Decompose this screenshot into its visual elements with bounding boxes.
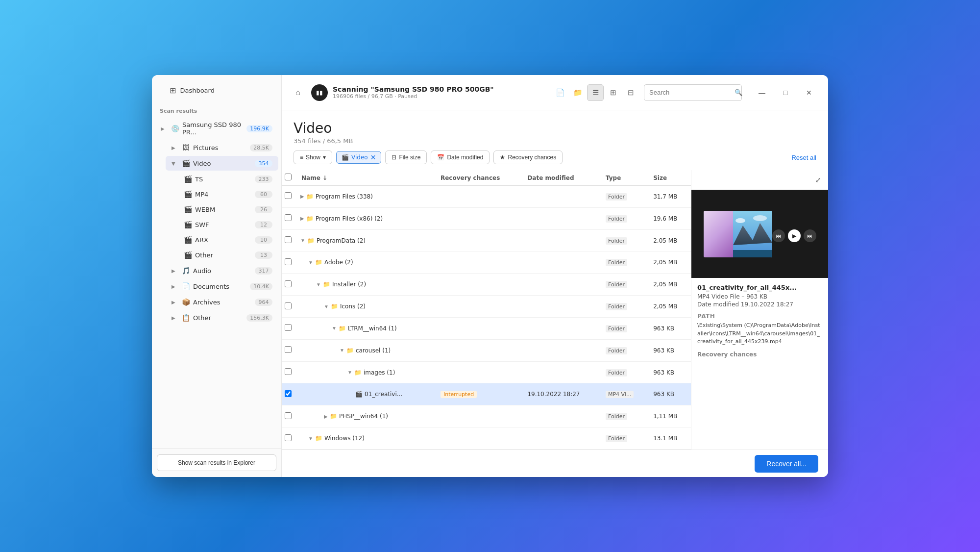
video-chip-close-icon[interactable]: ✕ — [370, 154, 376, 161]
file-name-text: Icons (2) — [340, 303, 366, 310]
expand-collapse-button[interactable]: ▶ — [300, 216, 304, 221]
select-all-checkbox[interactable] — [285, 174, 292, 180]
expand-collapse-button[interactable]: ▼ — [347, 370, 352, 375]
table-row[interactable]: ▼📁Icons (2)Folder2,05 MB — [282, 296, 691, 318]
expand-collapse-button[interactable]: ▼ — [332, 326, 337, 331]
sidebar-item-pictures[interactable]: ▶ 🖼 Pictures 28.5K — [166, 140, 278, 155]
recovery-chances-filter-button[interactable]: ★ Recovery chances — [493, 151, 563, 164]
show-filter-button[interactable]: ≡ Show ▾ — [294, 151, 332, 164]
row-checkbox[interactable] — [285, 302, 292, 309]
view-document-button[interactable]: 📄 — [552, 84, 568, 101]
file-size-filter-button[interactable]: ⊡ File size — [385, 151, 427, 164]
table-row[interactable]: ▶📁Program Files (338)Folder31,7 MB — [282, 186, 691, 208]
maximize-button[interactable]: □ — [774, 85, 797, 100]
video-filter-chip[interactable]: 🎬 Video ✕ — [336, 151, 381, 164]
search-box: 🔍 — [644, 84, 742, 101]
prev-button[interactable]: ⏮ — [772, 229, 785, 242]
recovery-cell — [436, 296, 522, 318]
sidebar-item-video-other[interactable]: 🎬 Other 13 — [177, 248, 278, 262]
sidebar-item-video[interactable]: ▼ 🎬 Video 354 — [166, 156, 278, 171]
view-grid-button[interactable]: ⊞ — [605, 84, 621, 101]
table-scroll-area: Name ↓ Recovery chances Date modified Ty… — [282, 170, 691, 450]
top-toolbar: ⌂ ▮▮ Scanning "Samsung SSD 980 PRO 500GB… — [282, 75, 828, 110]
preview-expand-button[interactable]: ⤢ — [813, 174, 823, 186]
row-checkbox[interactable] — [285, 280, 292, 287]
home-button[interactable]: ⌂ — [290, 84, 306, 101]
next-button[interactable]: ⏭ — [804, 229, 816, 242]
file-name-cell: 🎬01_creativi... — [355, 391, 431, 398]
sidebar-item-mp4[interactable]: 🎬 MP4 60 — [177, 187, 278, 201]
footer: Recover all... — [282, 450, 828, 477]
calendar-icon: 📅 — [437, 154, 444, 161]
expand-collapse-button[interactable]: ▼ — [324, 304, 329, 309]
row-checkbox[interactable] — [285, 368, 292, 375]
expand-collapse-button[interactable]: ▼ — [316, 282, 321, 287]
view-list-button[interactable]: ☰ — [587, 84, 604, 101]
video-chip-icon: 🎬 — [342, 154, 349, 161]
row-checkbox[interactable] — [285, 346, 292, 353]
show-explorer-button[interactable]: Show scan results in Explorer — [157, 454, 276, 471]
expand-collapse-button[interactable]: ▶ — [324, 414, 328, 419]
sidebar-item-archives[interactable]: ▶ 📦 Archives 964 — [166, 295, 278, 309]
reset-all-button[interactable]: Reset all — [791, 154, 816, 161]
view-split-button[interactable]: ⊟ — [622, 84, 639, 101]
sidebar-item-swf[interactable]: 🎬 SWF 12 — [177, 217, 278, 232]
table-row[interactable]: ▼📁LTRM__win64 (1)Folder963 KB — [282, 317, 691, 339]
sidebar-item-other[interactable]: ▶ 📋 Other 156.3K — [166, 310, 278, 325]
row-checkbox[interactable] — [285, 192, 292, 199]
preview-thumbnail: ⏮ ▶ ⏭ — [691, 190, 828, 278]
search-input[interactable] — [649, 89, 732, 96]
size-cell: 963 KB — [648, 339, 691, 361]
view-folder-button[interactable]: 📁 — [569, 84, 586, 101]
video-badge: 354 — [255, 160, 272, 167]
expand-collapse-button[interactable]: ▼ — [340, 348, 344, 353]
recover-all-button[interactable]: Recover all... — [755, 455, 818, 473]
row-checkbox[interactable] — [285, 434, 292, 441]
sidebar-item-ts[interactable]: 🎬 TS 233 — [177, 172, 278, 186]
file-name-cell: ▶📁Program Files (338) — [300, 193, 431, 200]
row-checkbox[interactable] — [285, 390, 292, 397]
table-row[interactable]: ▼📁Windows (12)Folder13.1 MB — [282, 427, 691, 450]
sidebar-item-documents[interactable]: ▶ 📄 Documents 10.4K — [166, 279, 278, 294]
date-modified-filter-button[interactable]: 📅 Date modified — [431, 151, 490, 164]
sidebar-item-arx[interactable]: 🎬 ARX 10 — [177, 232, 278, 247]
row-checkbox[interactable] — [285, 236, 292, 243]
sidebar-item-samsung[interactable]: ▶ 💿 Samsung SSD 980 PR... 196.9K — [155, 118, 278, 139]
preview-img-left-side — [704, 211, 733, 257]
recovery-cell: Interrupted — [436, 383, 522, 405]
archives-badge: 964 — [255, 299, 272, 306]
expand-collapse-button[interactable]: ▼ — [308, 436, 313, 441]
date-cell — [522, 274, 601, 296]
arx-badge: 10 — [255, 236, 272, 244]
table-row[interactable]: ▼📁Installer (2)Folder2,05 MB — [282, 274, 691, 296]
type-badge: Folder — [606, 259, 627, 266]
search-icon: 🔍 — [735, 89, 742, 96]
expand-collapse-button[interactable]: ▼ — [308, 260, 313, 265]
table-row[interactable]: ▶📁Program Files (x86) (2)Folder19,6 MB — [282, 207, 691, 229]
table-row[interactable]: ▼📁images (1)Folder963 KB — [282, 361, 691, 383]
expand-collapse-button[interactable]: ▶ — [300, 194, 304, 199]
row-checkbox[interactable] — [285, 258, 292, 265]
table-row[interactable]: ▼📁carousel (1)Folder963 KB — [282, 339, 691, 361]
row-checkbox[interactable] — [285, 324, 292, 331]
table-row[interactable]: 🎬01_creativi...Interrupted19.10.2022 18:… — [282, 383, 691, 405]
table-row[interactable]: ▼📁Adobe (2)Folder2,05 MB — [282, 251, 691, 274]
pictures-badge: 28.5K — [250, 144, 272, 151]
table-row[interactable]: ▼📁ProgramData (2)Folder2,05 MB — [282, 229, 691, 251]
sidebar-item-audio[interactable]: ▶ 🎵 Audio 317 — [166, 263, 278, 278]
ts-badge: 233 — [255, 176, 272, 183]
preview-filetype: MP4 Video File – 963 KB — [697, 293, 822, 300]
sidebar-item-dashboard[interactable]: ⊞ Dashboard — [164, 82, 270, 99]
close-button[interactable]: ✕ — [798, 85, 820, 100]
table-row[interactable]: ▶📁PHSP__win64 (1)Folder1,11 MB — [282, 405, 691, 427]
name-column-header[interactable]: Name ↓ — [296, 170, 436, 186]
expand-collapse-button[interactable]: ▼ — [300, 238, 305, 243]
play-button[interactable]: ▶ — [788, 229, 801, 242]
row-checkbox[interactable] — [285, 214, 292, 221]
sidebar-item-webm[interactable]: 🎬 WEBM 26 — [177, 202, 278, 217]
type-badge: Folder — [606, 193, 627, 201]
date-cell — [522, 317, 601, 339]
row-checkbox[interactable] — [285, 412, 292, 419]
minimize-button[interactable]: — — [751, 85, 773, 100]
pause-play-button[interactable]: ▮▮ — [311, 84, 328, 101]
